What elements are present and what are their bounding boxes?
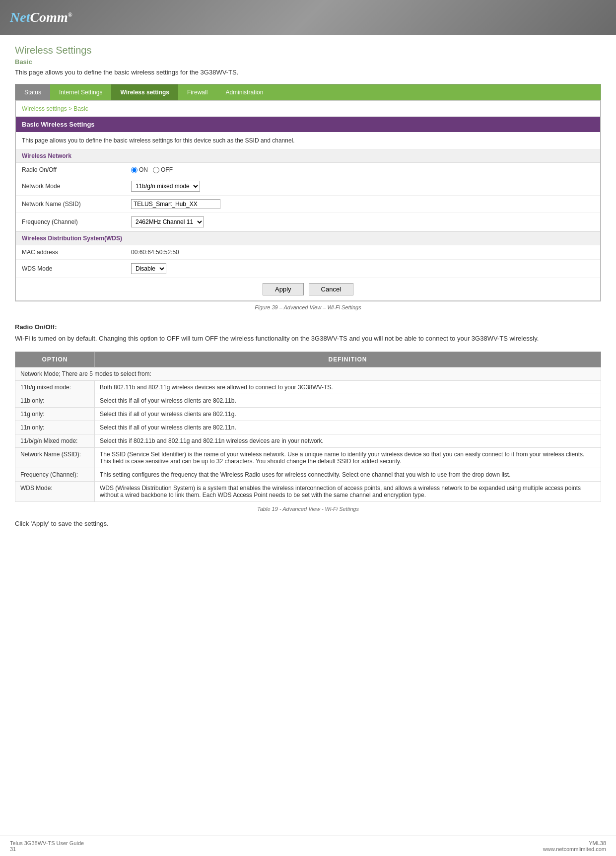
main-content: Wireless Settings Basic This page allows…	[0, 35, 616, 547]
channel-select[interactable]: 2462MHz Channel 11 2412MHz Channel 1 243…	[131, 216, 204, 227]
def-definition-5: The SSID (Service Set Identifier) is the…	[95, 447, 601, 468]
def-option-2: 11g only:	[15, 407, 95, 421]
def-row-2: 11g only: Select this if all of your wir…	[15, 407, 601, 421]
form-row-wds-mode: WDS Mode Disable Enable	[16, 260, 600, 278]
definition-table: OPTION DEFINITION Network Mode; There ar…	[15, 352, 601, 502]
nav-item-internet-settings[interactable]: Internet Settings	[50, 84, 111, 100]
def-option-4: 11/b/g/n Mixed mode:	[15, 434, 95, 447]
form-row-channel: Frequency (Channel) 2462MHz Channel 11 2…	[16, 213, 600, 231]
radio-off-label[interactable]: OFF	[153, 166, 173, 173]
def-full-row: Network Mode; There are 5 modes to selec…	[15, 367, 601, 380]
footer-left: Telus 3G38WV-TS User Guide 31	[10, 840, 84, 852]
radio-onoff-group: ON OFF	[131, 166, 594, 173]
wireless-form-table: Radio On/Off ON OFF Network Mo	[16, 163, 600, 231]
def-option-1: 11b only:	[15, 394, 95, 407]
def-row-3: 11n only: Select this if all of your wir…	[15, 421, 601, 434]
def-option-5: Network Name (SSID):	[15, 447, 95, 468]
def-option-3: 11n only:	[15, 421, 95, 434]
def-definition-1: Select this if all of your wireless clie…	[95, 394, 601, 407]
col-definition-header: DEFINITION	[95, 352, 601, 367]
ssid-input[interactable]	[131, 199, 220, 209]
nav-panel-container: Status Internet Settings Wireless settin…	[15, 84, 601, 301]
breadcrumb: Wireless settings > Basic	[16, 101, 600, 117]
form-row-network-mode: Network Mode 11b/g mixed mode 11b only 1…	[16, 177, 600, 196]
header: NetComm®	[0, 0, 616, 35]
radio-label: Radio On/Off	[16, 163, 125, 177]
network-mode-label: Network Mode	[16, 177, 125, 196]
def-option-7: WDS Mode:	[15, 481, 95, 501]
apply-button[interactable]: Apply	[263, 283, 304, 295]
radio-on-input[interactable]	[131, 167, 137, 173]
nav-item-wireless-settings[interactable]: Wireless settings	[111, 84, 178, 100]
mac-value: 00:60:64:50:52:50	[131, 249, 179, 256]
table-caption: Table 19 - Advanced View - Wi-Fi Setting…	[15, 506, 601, 512]
panel-description: This page allows you to define the basic…	[16, 132, 600, 149]
radio-off-input[interactable]	[153, 167, 159, 173]
def-definition-0: Both 802.11b and 802.11g wireless device…	[95, 380, 601, 394]
radio-on-label[interactable]: ON	[131, 166, 148, 173]
nav-item-firewall[interactable]: Firewall	[178, 84, 216, 100]
def-row-7: WDS Mode: WDS (Wireless Distribution Sys…	[15, 481, 601, 501]
def-definition-2: Select this if all of your wireless clie…	[95, 407, 601, 421]
def-option-6: Frequency (Channel):	[15, 468, 95, 481]
nav-item-administration[interactable]: Administration	[216, 84, 272, 100]
def-definition-3: Select this if all of your wireless clie…	[95, 421, 601, 434]
wds-mode-label: WDS Mode	[16, 260, 125, 278]
wds-form-table: MAC address 00:60:64:50:52:50 WDS Mode D…	[16, 245, 600, 278]
def-row-1: 11b only: Select this if all of your wir…	[15, 394, 601, 407]
def-row-6: Frequency (Channel): This setting config…	[15, 468, 601, 481]
click-apply-text: Click 'Apply' to save the settings.	[15, 520, 601, 527]
wds-mode-select[interactable]: Disable Enable	[131, 263, 166, 274]
def-full-span: Network Mode; There are 5 modes to selec…	[15, 367, 601, 380]
def-row-0: 11b/g mixed mode: Both 802.11b and 802.1…	[15, 380, 601, 394]
page-description: This page allows you to define the basic…	[15, 69, 601, 76]
def-definition-6: This setting configures the frequency th…	[95, 468, 601, 481]
logo: NetComm®	[10, 9, 72, 25]
form-row-mac: MAC address 00:60:64:50:52:50	[16, 245, 600, 260]
nav-bar: Status Internet Settings Wireless settin…	[15, 84, 601, 100]
page-title: Wireless Settings	[15, 45, 601, 56]
radio-onoff-heading: Radio On/Off:	[15, 323, 601, 331]
footer: Telus 3G38WV-TS User Guide 31 YML38 www.…	[0, 836, 616, 856]
footer-right: YML38 www.netcommlimited.com	[543, 840, 606, 852]
radio-onoff-body: Wi-Fi is turned on by default. Changing …	[15, 334, 601, 344]
form-row-radio: Radio On/Off ON OFF	[16, 163, 600, 177]
page-subtitle: Basic	[15, 58, 601, 66]
form-row-ssid: Network Name (SSID)	[16, 196, 600, 213]
inner-panel: Wireless settings > Basic Basic Wireless…	[15, 100, 601, 301]
col-option-header: OPTION	[15, 352, 95, 367]
ssid-label: Network Name (SSID)	[16, 196, 125, 213]
wds-title: Wireless Distribution System(WDS)	[16, 231, 600, 245]
nav-item-status[interactable]: Status	[15, 84, 50, 100]
def-option-0: 11b/g mixed mode:	[15, 380, 95, 394]
figure-caption: Figure 39 – Advanced View – Wi-Fi Settin…	[15, 301, 601, 313]
def-definition-7: WDS (Wireless Distribution System) is a …	[95, 481, 601, 501]
def-definition-4: Select this if 802.11b and 802.11g and 8…	[95, 434, 601, 447]
form-buttons: Apply Cancel	[16, 278, 600, 300]
wireless-network-title: Wireless Network	[16, 149, 600, 163]
breadcrumb-link[interactable]: Wireless settings > Basic	[22, 105, 88, 112]
def-row-5: Network Name (SSID): The SSID (Service S…	[15, 447, 601, 468]
def-row-4: 11/b/g/n Mixed mode: Select this if 802.…	[15, 434, 601, 447]
def-table-header-row: OPTION DEFINITION	[15, 352, 601, 367]
mac-label: MAC address	[16, 245, 125, 260]
network-mode-select[interactable]: 11b/g mixed mode 11b only 11g only 11n o…	[131, 181, 200, 192]
channel-label: Frequency (Channel)	[16, 213, 125, 231]
panel-header: Basic Wireless Settings	[16, 117, 600, 132]
cancel-button[interactable]: Cancel	[309, 283, 353, 295]
